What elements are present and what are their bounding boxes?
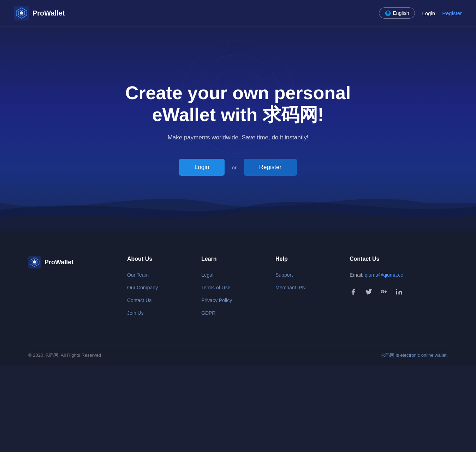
footer-link-legal[interactable]: Legal	[201, 272, 247, 278]
footer-logo: ProWallet	[28, 256, 99, 269]
twitter-icon[interactable]	[365, 288, 372, 297]
nav-login-button[interactable]: Login	[422, 10, 435, 16]
email-label: Email:	[350, 272, 363, 278]
nav-register-button[interactable]: Register	[442, 10, 462, 16]
hero-buttons: Login or Register	[125, 159, 351, 176]
navbar: ProWallet 🌐 English Login Register	[0, 0, 476, 26]
footer-about-us-title: About Us	[127, 256, 173, 262]
footer-tagline: 求码网 is electronic online wallet.	[381, 352, 448, 358]
svg-rect-4	[21, 11, 22, 12]
footer-contact-title: Contact Us	[350, 256, 427, 262]
hero-login-button[interactable]: Login	[179, 159, 225, 176]
footer-logo-text: ProWallet	[44, 259, 73, 266]
or-separator: or	[232, 164, 236, 170]
svg-rect-3	[20, 12, 23, 14]
hero-section: Create your own personal eWallet with 求码…	[0, 26, 476, 231]
logo-text: ProWallet	[32, 9, 65, 17]
footer-learn-title: Learn	[201, 256, 247, 262]
footer-logo-icon	[28, 256, 41, 269]
hero-subtitle: Make payments worldwide. Save time, do i…	[125, 134, 351, 141]
hero-title: Create your own personal eWallet with 求码…	[125, 82, 351, 126]
googleplus-icon[interactable]: G+	[381, 288, 387, 297]
language-label: English	[393, 10, 409, 16]
footer-link-support[interactable]: Support	[275, 272, 321, 278]
language-button[interactable]: 🌐 English	[379, 7, 415, 19]
social-icons: G+	[350, 288, 427, 297]
footer-link-contact-us[interactable]: Contact Us	[127, 297, 173, 303]
svg-rect-18	[34, 260, 35, 261]
footer-link-gdpr[interactable]: GDPR	[201, 310, 247, 316]
wave-decoration	[0, 175, 476, 231]
footer-link-merchant-ipn[interactable]: Merchant IPN	[275, 285, 321, 290]
nav-actions: 🌐 English Login Register	[379, 7, 462, 19]
logo-icon	[14, 6, 29, 20]
footer: ProWallet About Us Our Team Our Company …	[0, 231, 476, 366]
footer-link-join-us[interactable]: Join Us	[127, 310, 173, 316]
footer-contact-email: Email: qiuma@qiuma.cc	[350, 272, 427, 278]
footer-link-terms[interactable]: Terms of Use	[201, 285, 247, 290]
footer-top: ProWallet About Us Our Team Our Company …	[28, 256, 448, 344]
footer-learn-column: Learn Legal Terms of Use Privacy Policy …	[201, 256, 247, 323]
linkedin-icon[interactable]	[395, 288, 403, 297]
copyright: © 2020 求码网. All Rights Reserved	[28, 352, 101, 358]
footer-link-privacy[interactable]: Privacy Policy	[201, 297, 247, 303]
footer-link-our-company[interactable]: Our Company	[127, 285, 173, 290]
facebook-icon[interactable]	[350, 288, 357, 297]
email-value[interactable]: qiuma@qiuma.cc	[365, 272, 403, 278]
footer-about-us-column: About Us Our Team Our Company Contact Us…	[127, 256, 173, 323]
footer-bottom: © 2020 求码网. All Rights Reserved 求码网 is e…	[28, 344, 448, 366]
footer-link-our-team[interactable]: Our Team	[127, 272, 173, 278]
globe-icon: 🌐	[385, 10, 391, 16]
logo: ProWallet	[14, 6, 65, 20]
svg-point-19	[396, 289, 397, 290]
hero-content: Create your own personal eWallet with 求码…	[125, 82, 351, 176]
hero-register-button[interactable]: Register	[244, 159, 297, 176]
footer-logo-column: ProWallet	[28, 256, 99, 323]
tagline-text: is electronic online wallet.	[394, 352, 448, 358]
footer-help-title: Help	[275, 256, 321, 262]
footer-help-column: Help Support Merchant IPN	[275, 256, 321, 323]
svg-rect-17	[33, 261, 36, 264]
footer-contact-column: Contact Us Email: qiuma@qiuma.cc G+	[350, 256, 427, 323]
tagline-brand: 求码网	[381, 352, 394, 358]
